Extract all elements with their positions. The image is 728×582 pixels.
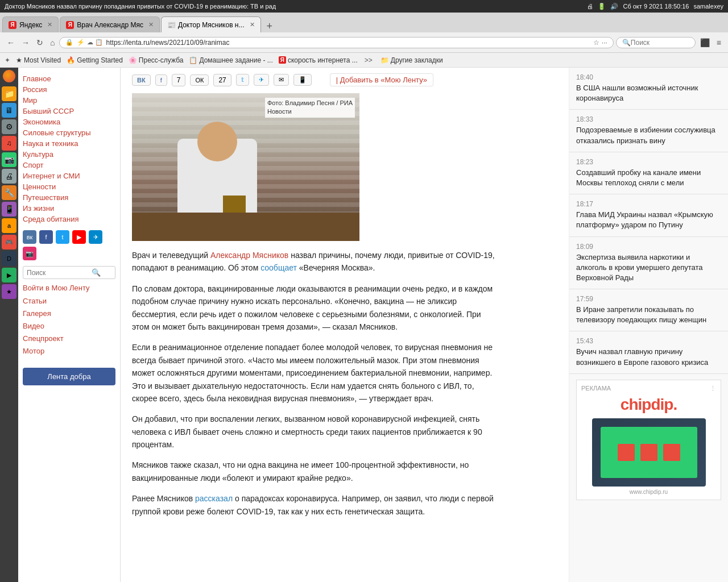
social-vk[interactable]: вк <box>23 230 36 244</box>
ad-menu-icon[interactable]: ⋮ <box>710 385 716 392</box>
sidebar-bottom-banner[interactable]: Лента добра <box>23 368 115 385</box>
extensions-button[interactable]: ⬛ <box>698 37 712 48</box>
bookmark-getting-started[interactable]: 🔥 Getting Started <box>67 56 123 64</box>
taskbar-app1[interactable]: 🎮 <box>2 235 16 250</box>
share-ok-btn[interactable]: ОК <box>190 74 209 86</box>
ok-icon: ОК <box>195 77 204 84</box>
forward-button[interactable]: → <box>19 37 32 48</box>
share-telegram-btn[interactable]: ✈ <box>254 74 269 86</box>
tab-vrach[interactable]: Я Врач Александр Мяс ✕ <box>60 16 160 32</box>
tab-close-1[interactable]: ✕ <box>47 21 52 28</box>
bookmark-homework[interactable]: 📋 Домашнее задание - ... <box>189 56 272 64</box>
bookmark-others[interactable]: 📁 Другие закладки <box>380 56 443 64</box>
taskbar-music[interactable]: ♫ <box>2 136 16 151</box>
share-twitter-btn[interactable]: 𝕥 <box>236 74 249 86</box>
add-to-lens-link[interactable]: | Добавить в «Мою Ленту» <box>330 73 433 86</box>
sidebar-search-input[interactable] <box>27 269 89 277</box>
tab-close-3[interactable]: ✕ <box>250 21 255 28</box>
news-item-0[interactable]: 18:40 В США нашли возможный источник кор… <box>569 68 728 110</box>
nav-nauka[interactable]: Наука и техника <box>23 138 115 149</box>
news-item-5[interactable]: 17:59 В Иране запретили показывать по те… <box>569 289 728 331</box>
section-articles[interactable]: Статьи <box>23 296 115 306</box>
share-count2-btn[interactable]: 27 <box>213 74 231 86</box>
article-para-6: Ранее Мясников рассказал о парадоксах ко… <box>132 492 496 518</box>
nav-russia[interactable]: Россия <box>23 84 115 95</box>
share-count1-btn[interactable]: 7 <box>172 74 186 86</box>
bookmark-star[interactable]: ☆ <box>593 39 599 47</box>
share-whatsapp-btn[interactable]: 📱 <box>293 74 312 86</box>
section-video[interactable]: Видео <box>23 321 115 331</box>
nav-sport[interactable]: Спорт <box>23 160 115 171</box>
sidebar-login-link[interactable]: Войти в Мою Ленту <box>23 284 115 292</box>
section-special[interactable]: Спецпроект <box>23 333 115 344</box>
bookmark-press[interactable]: 🌸 Пресс-служба <box>129 56 184 64</box>
reader-mode[interactable]: ··· <box>602 39 607 47</box>
back-button[interactable]: ← <box>5 37 17 48</box>
nav-kultura[interactable]: Культура <box>23 149 115 160</box>
taskbar-app4[interactable]: ★ <box>2 284 16 299</box>
news-item-3[interactable]: 18:17 Глава МИД Украины назвал «Крымскую… <box>569 194 728 236</box>
ad-content: chipdip. www.chipdip.ru <box>581 396 716 495</box>
reload-button[interactable]: ↻ <box>34 37 46 48</box>
tab-close-2[interactable]: ✕ <box>148 21 154 28</box>
bookmark-speed[interactable]: Я скорость интернета ... <box>279 56 358 64</box>
news-time-3: 18:17 <box>576 200 721 208</box>
news-item-6[interactable]: 15:43 Вучич назвал главную причину возни… <box>569 331 728 373</box>
share-vk-btn[interactable]: ВК <box>132 74 151 86</box>
section-gallery[interactable]: Галерея <box>23 308 115 319</box>
nav-mir[interactable]: Мир <box>23 95 115 106</box>
taskbar-amazon[interactable]: a <box>2 218 16 233</box>
mail-icon: ✉ <box>279 76 284 84</box>
news-item-4[interactable]: 18:09 Экспертиза выявила наркотики и алк… <box>569 237 728 290</box>
url-text[interactable]: https://lenta.ru/news/2021/10/09/ranimac <box>106 39 590 47</box>
news-item-2[interactable]: 18:23 Создавший пробку на канале имени М… <box>569 152 728 194</box>
url-bar[interactable]: 🔒 ⚡ ☁ 📋 https://lenta.ru/news/2021/10/09… <box>59 37 613 48</box>
rasskazal-link[interactable]: рассказал <box>195 494 233 503</box>
taskbar-tools[interactable]: 🔧 <box>2 185 16 200</box>
nav-byvshiy-sssr[interactable]: Бывший СССР <box>23 106 115 117</box>
bookmark-most-visited[interactable]: ★ Most Visited <box>16 56 61 64</box>
taskbar-app3[interactable]: ▶ <box>2 268 16 282</box>
menu-button[interactable]: ≡ <box>714 37 723 48</box>
taskbar-camera[interactable]: 📷 <box>2 152 16 167</box>
share-mail-btn[interactable]: ✉ <box>274 74 289 86</box>
nav-tsennosti[interactable]: Ценности <box>23 181 115 192</box>
nav-sreda[interactable]: Среда обитания <box>23 214 115 225</box>
taskbar-display[interactable]: 🖥 <box>2 103 16 118</box>
soobschaet-link[interactable]: сообщает <box>260 263 297 272</box>
nav-iz-zhizni[interactable]: Из жизни <box>23 203 115 214</box>
nav-internet[interactable]: Интернет и СМИ <box>23 171 115 181</box>
ad-block[interactable]: РЕКЛАМА ⋮ chipdip. www.chipdip.ru <box>576 380 721 500</box>
taskbar-print[interactable]: 🖨 <box>2 169 16 184</box>
alexandr-link[interactable]: Александр Мясников <box>210 251 288 260</box>
search-box[interactable]: 🔍 <box>616 37 696 48</box>
tab-doctor[interactable]: 📰 Доктор Мясников н... ✕ <box>161 16 261 32</box>
taskbar-app2[interactable]: D <box>2 251 16 266</box>
sidebar-search-box[interactable]: 🔍 <box>23 266 115 279</box>
nav-ekonomika[interactable]: Экономика <box>23 117 115 127</box>
section-motor[interactable]: Мотор <box>23 346 115 356</box>
taskbar-files[interactable]: 📁 <box>2 86 16 101</box>
social-ig[interactable]: 📷 <box>23 247 36 260</box>
chipdip-brand: chip <box>621 396 651 413</box>
social-tw[interactable]: t <box>56 230 69 244</box>
social-tg[interactable]: ✈ <box>89 230 102 244</box>
news-item-1[interactable]: 18:33 Подозреваемые в избиении сослуживц… <box>569 110 728 152</box>
search-input[interactable] <box>631 39 676 47</box>
bookmarks-more-btn[interactable]: >> <box>365 56 373 64</box>
home-button[interactable]: ⌂ <box>48 37 57 48</box>
taskbar-phone[interactable]: 📱 <box>2 202 16 217</box>
taskbar-settings[interactable]: ⚙ <box>2 119 16 134</box>
social-fb[interactable]: f <box>39 230 53 244</box>
social-yt[interactable]: ▶ <box>72 230 86 244</box>
telegram-icon: ✈ <box>259 76 264 84</box>
share-count1: 7 <box>177 76 181 84</box>
tab-yandex[interactable]: Я Яндекс ✕ <box>2 16 59 32</box>
nav-puteshestviya[interactable]: Путешествия <box>23 192 115 203</box>
nav-silovye[interactable]: Силовые структуры <box>23 127 115 138</box>
chipdip-dot: . <box>673 396 677 413</box>
nav-glavnoe[interactable]: Главное <box>23 73 115 84</box>
new-tab-button[interactable]: + <box>262 20 278 32</box>
firefox-icon[interactable] <box>3 70 15 82</box>
share-fb-btn[interactable]: f <box>155 74 167 86</box>
